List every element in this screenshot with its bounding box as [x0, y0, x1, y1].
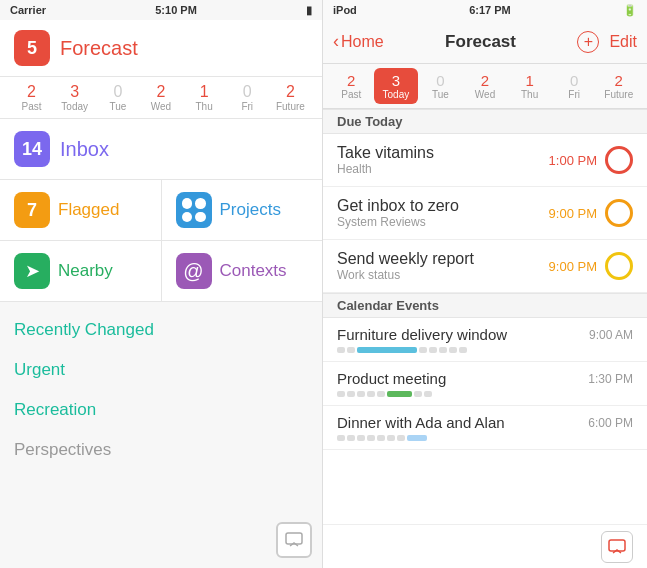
device-label: iPod — [333, 4, 357, 16]
task-sub-inbox: System Reviews — [337, 215, 549, 229]
sel-past[interactable]: 2 Past — [329, 68, 374, 104]
forecast-item[interactable]: 5 Forecast — [0, 20, 322, 77]
left-time: 5:10 PM — [155, 4, 197, 16]
task-weekly-report[interactable]: Send weekly report Work status 9:00 PM — [323, 240, 647, 293]
cal-bar-dinner — [337, 435, 633, 441]
right-bottom — [323, 524, 647, 568]
task-left-report: Send weekly report Work status — [337, 250, 549, 282]
due-today-header: Due Today — [323, 109, 647, 134]
back-label: Home — [341, 33, 384, 51]
battery-icon: ▮ — [306, 4, 312, 17]
sel-wed[interactable]: 2 Wed — [463, 68, 508, 104]
task-name-inbox: Get inbox to zero — [337, 197, 549, 215]
day-past[interactable]: 2 Past — [17, 83, 47, 112]
day-today[interactable]: 3 Today — [60, 83, 90, 112]
task-circle-inbox[interactable] — [605, 199, 633, 227]
cal-bar-furniture — [337, 347, 633, 353]
task-sub-report: Work status — [337, 268, 549, 282]
recreation-item[interactable]: Recreation — [0, 390, 322, 430]
projects-label: Projects — [220, 200, 281, 220]
perspectives-item[interactable]: Perspectives — [0, 430, 322, 470]
back-button[interactable]: ‹ Home — [333, 31, 384, 52]
left-panel: Carrier 5:10 PM ▮ 5 Forecast 2 Past 3 To… — [0, 0, 323, 568]
task-circle-report[interactable] — [605, 252, 633, 280]
task-circle-vitamins[interactable] — [605, 146, 633, 174]
grid-row-2: ➤ Nearby @ Contexts — [0, 241, 322, 302]
left-compose-button[interactable] — [276, 522, 312, 558]
content-area: Due Today Take vitamins Health 1:00 PM G… — [323, 109, 647, 524]
sel-fri[interactable]: 0 Fri — [552, 68, 597, 104]
status-bar-right: iPod 6:17 PM 🔋 — [323, 0, 647, 20]
day-future[interactable]: 2 Future — [275, 83, 305, 112]
projects-cell[interactable]: Projects — [162, 180, 323, 240]
task-time-vitamins: 1:00 PM — [549, 153, 597, 168]
cal-bar-meeting — [337, 391, 633, 397]
grid-row-1: 7 Flagged Projects — [0, 180, 322, 241]
left-list-items: Recently Changed Urgent Recreation Persp… — [0, 302, 322, 518]
right-compose-button[interactable] — [601, 531, 633, 563]
task-take-vitamins[interactable]: Take vitamins Health 1:00 PM — [323, 134, 647, 187]
task-sub-vitamins: Health — [337, 162, 549, 176]
contexts-label: Contexts — [220, 261, 287, 281]
flagged-label: Flagged — [58, 200, 119, 220]
inbox-badge: 14 — [14, 131, 50, 167]
recently-changed-item[interactable]: Recently Changed — [0, 310, 322, 350]
contexts-cell[interactable]: @ Contexts — [162, 241, 323, 301]
task-left-inbox: Get inbox to zero System Reviews — [337, 197, 549, 229]
right-panel: iPod 6:17 PM 🔋 ‹ Home Forecast + Edit 2 … — [323, 0, 647, 568]
forecast-title: Forecast — [60, 37, 308, 60]
task-inbox-zero[interactable]: Get inbox to zero System Reviews 9:00 PM — [323, 187, 647, 240]
right-compose-icon — [608, 539, 626, 555]
flagged-badge: 7 — [14, 192, 50, 228]
urgent-item[interactable]: Urgent — [0, 350, 322, 390]
back-chevron-icon: ‹ — [333, 31, 339, 52]
cal-dinner[interactable]: Dinner with Ada and Alan 6:00 PM — [323, 406, 647, 450]
left-bottom — [0, 518, 322, 568]
bar-dinner — [407, 435, 427, 441]
day-tue[interactable]: 0 Tue — [103, 83, 133, 112]
sel-today[interactable]: 3 Today — [374, 68, 419, 104]
add-button[interactable]: + — [577, 31, 599, 53]
cal-furniture[interactable]: Furniture delivery window 9:00 AM — [323, 318, 647, 362]
forecast-badge: 5 — [14, 30, 50, 66]
sel-tue[interactable]: 0 Tue — [418, 68, 463, 104]
cal-product-meeting[interactable]: Product meeting 1:30 PM — [323, 362, 647, 406]
cal-name-meeting: Product meeting — [337, 370, 446, 387]
cal-time-meeting: 1:30 PM — [588, 372, 633, 386]
task-right-report: 9:00 PM — [549, 252, 633, 280]
right-time: 6:17 PM — [469, 4, 511, 16]
inbox-item[interactable]: 14 Inbox — [0, 119, 322, 180]
bar-meeting — [387, 391, 412, 397]
task-time-report: 9:00 PM — [549, 259, 597, 274]
day-thu[interactable]: 1 Thu — [189, 83, 219, 112]
task-name-report: Send weekly report — [337, 250, 549, 268]
task-right-inbox: 9:00 PM — [549, 199, 633, 227]
right-battery-icon: 🔋 — [623, 4, 637, 17]
compose-icon — [285, 532, 303, 548]
contexts-icon: @ — [176, 253, 212, 289]
cal-row-meeting: Product meeting 1:30 PM — [337, 370, 633, 387]
task-right-vitamins: 1:00 PM — [549, 146, 633, 174]
sel-future[interactable]: 2 Future — [596, 68, 641, 104]
nav-actions: + Edit — [577, 31, 637, 53]
nearby-cell[interactable]: ➤ Nearby — [0, 241, 162, 301]
bar-furniture — [357, 347, 417, 353]
task-time-inbox: 9:00 PM — [549, 206, 597, 221]
cal-name-furniture: Furniture delivery window — [337, 326, 507, 343]
projects-icon — [176, 192, 212, 228]
task-name-vitamins: Take vitamins — [337, 144, 549, 162]
day-fri[interactable]: 0 Fri — [232, 83, 262, 112]
inbox-title: Inbox — [60, 138, 109, 161]
status-bar-left: Carrier 5:10 PM ▮ — [0, 0, 322, 20]
carrier-label: Carrier — [10, 4, 46, 16]
nav-bar: ‹ Home Forecast + Edit — [323, 20, 647, 64]
calendar-header: Calendar Events — [323, 293, 647, 318]
flagged-cell[interactable]: 7 Flagged — [0, 180, 162, 240]
edit-button[interactable]: Edit — [609, 33, 637, 51]
task-left-vitamins: Take vitamins Health — [337, 144, 549, 176]
day-wed[interactable]: 2 Wed — [146, 83, 176, 112]
cal-time-furniture: 9:00 AM — [589, 328, 633, 342]
cal-row-dinner: Dinner with Ada and Alan 6:00 PM — [337, 414, 633, 431]
nearby-label: Nearby — [58, 261, 113, 281]
sel-thu[interactable]: 1 Thu — [507, 68, 552, 104]
